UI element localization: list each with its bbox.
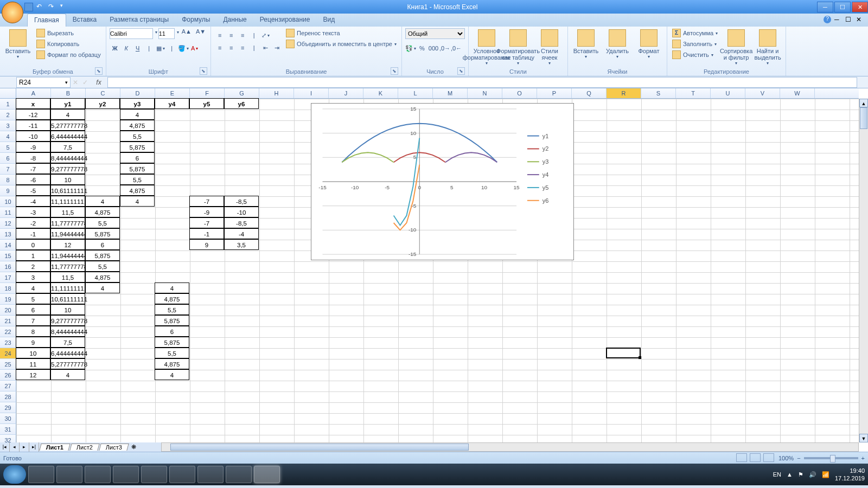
row-header-1[interactable]: 1	[0, 99, 16, 110]
tray-network-icon[interactable]: ⚑	[798, 471, 803, 478]
minimize-button[interactable]: ─	[817, 2, 833, 12]
cell[interactable]: 8,444444444	[50, 326, 85, 337]
borders-button[interactable]: ▦	[155, 43, 166, 54]
row-header-12[interactable]: 12	[0, 218, 16, 229]
cell[interactable]: 6,444444444	[50, 131, 85, 142]
row-header-30[interactable]: 30	[0, 413, 16, 424]
taskbar-media[interactable]	[85, 466, 111, 483]
col-header-O[interactable]: O	[502, 88, 537, 98]
fx-button[interactable]: fx	[93, 79, 104, 86]
row-header-20[interactable]: 20	[0, 305, 16, 316]
worksheet-grid[interactable]: ABCDEFGHIJKLMNOPQRSTUVW 1234567891011121…	[0, 88, 868, 452]
scroll-up-icon[interactable]: ▲	[859, 99, 868, 107]
cell[interactable]: 4	[120, 109, 155, 120]
format-cells-button[interactable]: Формат▾	[634, 28, 663, 60]
cell[interactable]: -7	[189, 196, 224, 207]
zoom-slider[interactable]	[804, 457, 858, 459]
cell[interactable]: 6,444444444	[50, 348, 85, 358]
cell[interactable]: 7	[16, 315, 50, 326]
save-icon[interactable]	[24, 3, 33, 11]
cell[interactable]: y4	[155, 98, 189, 109]
cell[interactable]: 5,5	[85, 217, 120, 228]
tray-volume-icon[interactable]: 🔊	[809, 471, 816, 478]
align-left-icon[interactable]: ≡	[214, 42, 225, 53]
taskbar-app1[interactable]	[169, 466, 195, 483]
font-size-input[interactable]	[158, 28, 175, 39]
clipboard-dialog-icon[interactable]: ⬊	[95, 67, 103, 75]
row-header-13[interactable]: 13	[0, 229, 16, 240]
maximize-button[interactable]: ☐	[834, 2, 851, 12]
sheet-nav-prev-icon[interactable]: ◂	[10, 442, 20, 452]
lang-indicator[interactable]: EN	[773, 471, 781, 478]
row-header-31[interactable]: 31	[0, 424, 16, 435]
cell[interactable]: 11,11111111	[50, 282, 85, 293]
col-header-C[interactable]: C	[86, 88, 120, 98]
close-button[interactable]: ✕	[852, 2, 868, 12]
cell[interactable]: 7,5	[50, 142, 85, 152]
cell[interactable]: 4	[120, 196, 155, 207]
tab-page-layout[interactable]: Разметка страницы	[103, 14, 175, 27]
delete-cells-button[interactable]: Удалить▾	[603, 28, 632, 60]
cell[interactable]: 8	[16, 326, 50, 337]
currency-icon[interactable]: 💱	[405, 43, 416, 54]
cell[interactable]: 5,5	[85, 261, 120, 272]
name-box[interactable]: R24▾	[16, 77, 71, 88]
row-header-7[interactable]: 7	[0, 164, 16, 175]
sheet-tab-1[interactable]: Лист1	[39, 444, 71, 451]
col-header-R[interactable]: R	[607, 88, 641, 98]
cell[interactable]: y5	[189, 98, 224, 109]
cell[interactable]: 4	[50, 369, 85, 380]
cell[interactable]: 5,875	[85, 228, 120, 239]
row-header-10[interactable]: 10	[0, 196, 16, 207]
row-header-8[interactable]: 8	[0, 175, 16, 185]
col-header-U[interactable]: U	[711, 88, 745, 98]
fill-button[interactable]: Заполнить▾	[671, 39, 719, 49]
col-header-B[interactable]: B	[51, 88, 86, 98]
cell[interactable]: 5,277777778	[50, 120, 85, 131]
bold-button[interactable]: Ж	[110, 43, 120, 54]
cell[interactable]: -9	[189, 207, 224, 217]
cell[interactable]: 5,5	[120, 131, 155, 142]
cell[interactable]: 2	[16, 261, 50, 272]
col-header-L[interactable]: L	[398, 88, 433, 98]
cell[interactable]: -2	[16, 217, 50, 228]
cell[interactable]: 7,5	[50, 337, 85, 348]
cell[interactable]: 5	[16, 293, 50, 304]
horizontal-scrollbar[interactable]	[161, 442, 859, 452]
cell[interactable]: -7	[189, 217, 224, 228]
col-header-Q[interactable]: Q	[572, 88, 607, 98]
tray-wifi-icon[interactable]: 📶	[822, 471, 829, 478]
cell[interactable]: 11,77777778	[50, 261, 85, 272]
embedded-chart[interactable]: -15-10-5051015-15-10-551015y1y2y3y4y5y6	[311, 103, 574, 260]
col-header-W[interactable]: W	[780, 88, 815, 98]
cell[interactable]: 5,875	[85, 250, 120, 261]
cell[interactable]: 9,277777778	[50, 163, 85, 174]
ribbon-minimize-icon[interactable]: ─	[834, 16, 842, 23]
cell[interactable]: 12	[16, 369, 50, 380]
col-header-H[interactable]: H	[259, 88, 294, 98]
cell[interactable]: 5,875	[155, 315, 189, 326]
new-sheet-icon[interactable]: ❋	[128, 444, 139, 451]
col-header-E[interactable]: E	[155, 88, 190, 98]
decrease-decimal-icon[interactable]: ,0←	[451, 43, 462, 54]
align-center-icon[interactable]: ≡	[226, 42, 237, 53]
cell[interactable]: 11	[16, 358, 50, 369]
cell[interactable]: 6	[155, 326, 189, 337]
cell[interactable]: -3	[16, 207, 50, 217]
formula-input[interactable]	[107, 77, 857, 88]
sheet-nav-next-icon[interactable]: ▸	[20, 442, 29, 452]
cut-button[interactable]: Вырезать	[35, 28, 103, 38]
col-header-S[interactable]: S	[641, 88, 676, 98]
cell[interactable]: 10	[50, 304, 85, 315]
paste-button[interactable]: Вставить ▾	[3, 28, 33, 60]
cell[interactable]: 5,875	[120, 163, 155, 174]
cell[interactable]: -11	[16, 120, 50, 131]
find-select-button[interactable]: Найти и выделить▾	[753, 28, 782, 67]
cell[interactable]: y2	[85, 98, 120, 109]
cell[interactable]: 10	[50, 174, 85, 185]
sort-filter-button[interactable]: Сортировка и фильтр▾	[722, 28, 751, 67]
row-header-29[interactable]: 29	[0, 402, 16, 413]
increase-decimal-icon[interactable]: ,0→	[439, 43, 450, 54]
cell[interactable]: 4	[85, 196, 120, 207]
vertical-scrollbar[interactable]: ▲ ▼	[859, 99, 868, 442]
